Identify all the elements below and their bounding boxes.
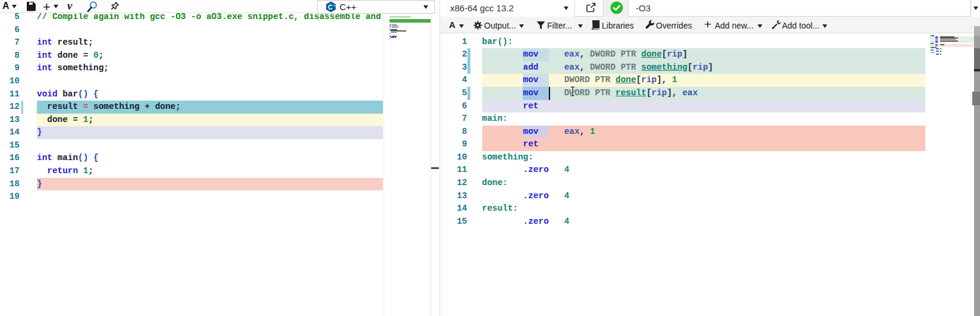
svg-text:++: ++ [334,4,337,7]
svg-text:C: C [328,4,333,11]
